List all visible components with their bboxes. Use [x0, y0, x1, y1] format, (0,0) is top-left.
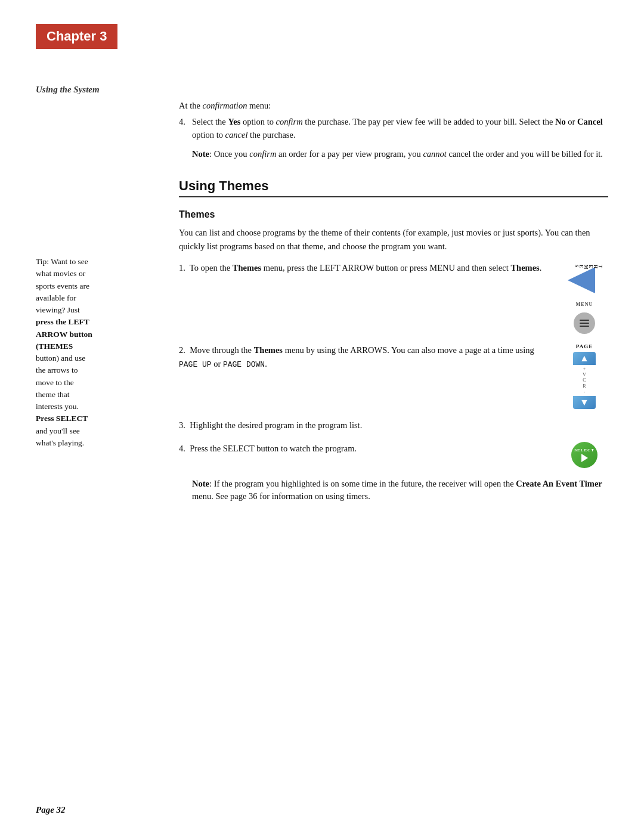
page-down-button: ▼ [573, 396, 596, 409]
chapter-badge: Chapter 3 [36, 24, 117, 49]
step-3-content: 3. Highlight the desired program in the … [179, 419, 608, 432]
menu-line-2 [580, 323, 589, 324]
page-up-button: ▲ [573, 352, 596, 365]
step-2-icon: PAGE ▲ + V C R - ▼ [561, 343, 608, 409]
section-title-using-themes: Using Themes [179, 178, 608, 197]
themes-button-icon: THEMES [566, 261, 602, 298]
select-button-icon: SELECT [571, 442, 597, 468]
select-label: SELECT [574, 448, 595, 453]
chapter-header: Chapter 3 [0, 0, 644, 49]
themes-vert-label: THEMES [574, 265, 602, 271]
step-4-icon: SELECT [561, 442, 608, 468]
step-row-2: 2. Move through the Themes menu by using… [179, 343, 608, 409]
step-row-1: 1. To open the Themes menu, press the LE… [179, 261, 608, 334]
left-column: Tip: Want to see what movies or sports e… [36, 101, 173, 509]
step-1-icon: THEMES MENU [561, 261, 608, 334]
tip-box: Tip: Want to see what movies or sports e… [36, 256, 161, 449]
step-row-3: 3. Highlight the desired program in the … [179, 419, 608, 432]
menu-button-icon [574, 312, 595, 334]
themes-intro-text: You can list and choose programs by the … [179, 226, 608, 253]
menu-lines [580, 320, 589, 327]
top-step-4: 4. Select the Yes option to confirm the … [179, 116, 608, 142]
step-2-content: 2. Move through the Themes menu by using… [179, 343, 555, 371]
main-layout: Tip: Want to see what movies or sports e… [0, 101, 644, 509]
tip-text: Tip: Want to see what movies or sports e… [36, 257, 92, 447]
subsection-title-themes: Themes [179, 209, 608, 220]
menu-line-3 [580, 326, 589, 327]
note-block-2: Note: If the program you highlighted is … [192, 478, 608, 504]
using-system-label: Using the System [0, 49, 644, 95]
page-label: PAGE [576, 343, 593, 349]
page-up-down-icon: PAGE ▲ + V C R - ▼ [573, 343, 596, 409]
step-1-content: 1. To open the Themes menu, press the LE… [179, 261, 555, 274]
at-confirmation-text: At the confirmation menu: [179, 101, 608, 111]
note-block-1: Note: Once you confirm an order for a pa… [192, 148, 608, 161]
menu-label: MENU [576, 302, 593, 307]
step-4-content: 4. Press the SELECT button to watch the … [179, 442, 555, 455]
select-triangle [581, 454, 588, 462]
right-column: At the confirmation menu: 4. Select the … [173, 101, 608, 509]
page-container: Chapter 3 Using the System Tip: Want to … [0, 0, 644, 833]
top-steps-list: 4. Select the Yes option to confirm the … [179, 116, 608, 142]
step-row-4: 4. Press the SELECT button to watch the … [179, 442, 608, 468]
page-footer: Page 32 [36, 805, 66, 815]
vcr-label: + V C R - [583, 366, 586, 395]
themes-arrow-shape [568, 267, 595, 293]
menu-line-1 [580, 320, 589, 321]
